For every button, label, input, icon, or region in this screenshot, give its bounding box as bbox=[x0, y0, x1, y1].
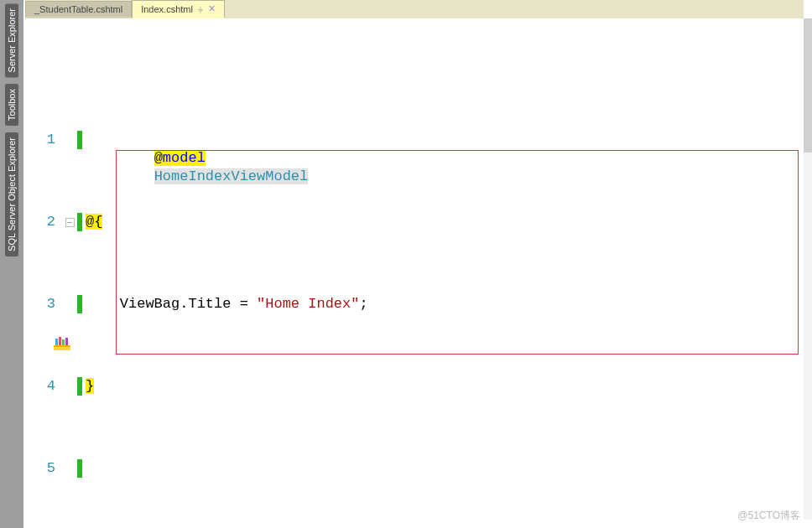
vertical-scrollbar[interactable] bbox=[804, 18, 812, 520]
sidebar-toolbox[interactable]: Toolbox bbox=[5, 84, 18, 126]
line-number: 2 bbox=[25, 213, 62, 231]
razor-at: @ bbox=[154, 150, 163, 166]
type-name: HomeIndexViewModel bbox=[154, 168, 309, 184]
expression: ViewBag.Title = bbox=[120, 296, 257, 312]
brace: } bbox=[86, 378, 94, 394]
side-rail: Server Explorer Toolbox SQL Server Objec… bbox=[0, 0, 23, 528]
code-line[interactable]: 5 bbox=[25, 459, 804, 478]
tab-label: Index.cshtml bbox=[141, 4, 193, 14]
scrollbar-thumb[interactable] bbox=[804, 18, 812, 153]
tab-studenttable[interactable]: _StudentTable.cshtml bbox=[25, 1, 132, 18]
keyword: model bbox=[163, 150, 206, 166]
code-line[interactable]: 2 − @{ bbox=[25, 213, 804, 231]
fold-margin[interactable] bbox=[62, 131, 77, 149]
code-line[interactable]: 3 ViewBag.Title = "Home Index"; bbox=[25, 295, 804, 313]
tab-label: _StudentTable.cshtml bbox=[34, 4, 122, 14]
document-tabbar: _StudentTable.cshtml Index.cshtml ⏚ ✕ bbox=[25, 0, 804, 18]
line-number: 3 bbox=[25, 295, 62, 313]
code-area[interactable]: 1 @model HomeIndexViewModel 2 − @{ 3 Vie… bbox=[25, 19, 804, 520]
code-line[interactable]: 1 @model HomeIndexViewModel bbox=[25, 131, 804, 149]
line-number: 1 bbox=[25, 131, 62, 149]
sidebar-server-explorer[interactable]: Server Explorer bbox=[5, 3, 18, 77]
line-number: 5 bbox=[25, 459, 62, 478]
line-number: 4 bbox=[25, 377, 62, 396]
punct: ; bbox=[359, 296, 367, 312]
sidebar-sql-object-explorer[interactable]: SQL Server Object Explorer bbox=[5, 132, 18, 256]
code-line[interactable]: 4 } bbox=[25, 377, 804, 396]
pin-icon[interactable]: ⏚ bbox=[198, 4, 203, 13]
razor-at: @ bbox=[86, 214, 94, 230]
string: "Home Index" bbox=[257, 296, 359, 312]
tab-index-active[interactable]: Index.cshtml ⏚ ✕ bbox=[132, 0, 225, 18]
code-editor[interactable]: 1 @model HomeIndexViewModel 2 − @{ 3 Vie… bbox=[25, 19, 804, 520]
close-icon[interactable]: ✕ bbox=[208, 3, 216, 14]
brace: { bbox=[94, 214, 102, 230]
fold-toggle[interactable]: − bbox=[65, 218, 75, 227]
watermark: @51CTO博客 bbox=[737, 509, 800, 523]
